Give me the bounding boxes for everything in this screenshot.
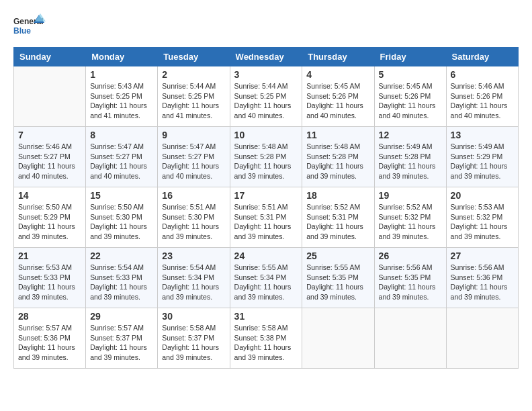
- day-info: Sunrise: 5:45 AM Sunset: 5:26 PM Dayligh…: [306, 81, 369, 121]
- day-number: 3: [234, 69, 298, 80]
- calendar-cell: 27Sunrise: 5:56 AM Sunset: 5:36 PM Dayli…: [446, 248, 518, 308]
- day-number: 14: [18, 190, 81, 201]
- calendar-week-row: 21Sunrise: 5:53 AM Sunset: 5:33 PM Dayli…: [14, 248, 519, 308]
- day-info: Sunrise: 5:53 AM Sunset: 5:33 PM Dayligh…: [18, 263, 81, 302]
- day-info: Sunrise: 5:45 AM Sunset: 5:26 PM Dayligh…: [379, 81, 442, 121]
- day-info: Sunrise: 5:58 AM Sunset: 5:37 PM Dayligh…: [162, 323, 225, 363]
- day-info: Sunrise: 5:54 AM Sunset: 5:34 PM Dayligh…: [162, 263, 225, 302]
- calendar-cell: 6Sunrise: 5:46 AM Sunset: 5:26 PM Daylig…: [446, 66, 518, 127]
- calendar-cell: 23Sunrise: 5:54 AM Sunset: 5:34 PM Dayli…: [158, 248, 230, 308]
- calendar-cell: 22Sunrise: 5:54 AM Sunset: 5:33 PM Dayli…: [86, 248, 158, 308]
- header: General Blue: [13, 13, 519, 42]
- calendar-cell: 16Sunrise: 5:51 AM Sunset: 5:30 PM Dayli…: [158, 187, 230, 248]
- day-info: Sunrise: 5:56 AM Sunset: 5:35 PM Dayligh…: [379, 263, 442, 302]
- day-number: 12: [379, 130, 442, 140]
- day-number: 5: [379, 69, 442, 80]
- day-info: Sunrise: 5:57 AM Sunset: 5:36 PM Dayligh…: [18, 323, 81, 363]
- day-info: Sunrise: 5:51 AM Sunset: 5:30 PM Dayligh…: [162, 202, 225, 242]
- day-number: 6: [451, 69, 514, 80]
- calendar-cell: 30Sunrise: 5:58 AM Sunset: 5:37 PM Dayli…: [158, 308, 230, 369]
- day-info: Sunrise: 5:57 AM Sunset: 5:37 PM Dayligh…: [90, 323, 153, 363]
- calendar-cell: 10Sunrise: 5:48 AM Sunset: 5:28 PM Dayli…: [230, 127, 302, 187]
- calendar-cell: 14Sunrise: 5:50 AM Sunset: 5:29 PM Dayli…: [14, 187, 86, 248]
- calendar-cell: 15Sunrise: 5:50 AM Sunset: 5:30 PM Dayli…: [86, 187, 158, 248]
- day-info: Sunrise: 5:48 AM Sunset: 5:28 PM Dayligh…: [234, 142, 298, 181]
- day-number: 17: [234, 190, 298, 201]
- header-tuesday: Tuesday: [158, 48, 230, 66]
- day-number: 13: [451, 130, 514, 140]
- header-saturday: Saturday: [446, 48, 518, 66]
- calendar-cell: [14, 66, 86, 127]
- day-info: Sunrise: 5:58 AM Sunset: 5:38 PM Dayligh…: [234, 323, 298, 363]
- day-number: 24: [234, 250, 298, 261]
- day-info: Sunrise: 5:43 AM Sunset: 5:25 PM Dayligh…: [90, 81, 153, 121]
- day-info: Sunrise: 5:50 AM Sunset: 5:29 PM Dayligh…: [18, 202, 81, 242]
- calendar-cell: 25Sunrise: 5:55 AM Sunset: 5:35 PM Dayli…: [302, 248, 374, 308]
- day-number: 23: [162, 250, 225, 261]
- calendar-cell: [302, 308, 374, 369]
- day-number: 18: [306, 190, 369, 201]
- calendar-cell: 8Sunrise: 5:47 AM Sunset: 5:27 PM Daylig…: [86, 127, 158, 187]
- day-number: 9: [162, 130, 225, 140]
- calendar-week-row: 28Sunrise: 5:57 AM Sunset: 5:36 PM Dayli…: [14, 308, 519, 369]
- calendar: SundayMondayTuesdayWednesdayThursdayFrid…: [13, 47, 519, 369]
- day-info: Sunrise: 5:51 AM Sunset: 5:31 PM Dayligh…: [234, 202, 298, 242]
- header-sunday: Sunday: [14, 48, 86, 66]
- day-number: 30: [162, 311, 225, 322]
- svg-text:Blue: Blue: [13, 26, 31, 36]
- logo: General Blue: [13, 13, 47, 42]
- day-info: Sunrise: 5:46 AM Sunset: 5:27 PM Dayligh…: [18, 142, 81, 181]
- calendar-week-row: 7Sunrise: 5:46 AM Sunset: 5:27 PM Daylig…: [14, 127, 519, 187]
- day-info: Sunrise: 5:55 AM Sunset: 5:35 PM Dayligh…: [306, 263, 369, 302]
- day-number: 22: [90, 250, 153, 261]
- day-info: Sunrise: 5:48 AM Sunset: 5:28 PM Dayligh…: [306, 142, 369, 181]
- calendar-cell: [374, 308, 446, 369]
- day-number: 27: [451, 250, 514, 261]
- day-number: 10: [234, 130, 298, 140]
- day-info: Sunrise: 5:49 AM Sunset: 5:28 PM Dayligh…: [379, 142, 442, 181]
- calendar-cell: 31Sunrise: 5:58 AM Sunset: 5:38 PM Dayli…: [230, 308, 302, 369]
- day-info: Sunrise: 5:46 AM Sunset: 5:26 PM Dayligh…: [451, 81, 514, 121]
- logo-svg: General Blue: [13, 13, 47, 42]
- calendar-cell: 4Sunrise: 5:45 AM Sunset: 5:26 PM Daylig…: [302, 66, 374, 127]
- calendar-cell: 11Sunrise: 5:48 AM Sunset: 5:28 PM Dayli…: [302, 127, 374, 187]
- day-info: Sunrise: 5:52 AM Sunset: 5:32 PM Dayligh…: [379, 202, 442, 242]
- day-number: 2: [162, 69, 225, 80]
- calendar-cell: 5Sunrise: 5:45 AM Sunset: 5:26 PM Daylig…: [374, 66, 446, 127]
- day-info: Sunrise: 5:56 AM Sunset: 5:36 PM Dayligh…: [451, 263, 514, 302]
- day-info: Sunrise: 5:49 AM Sunset: 5:29 PM Dayligh…: [451, 142, 514, 181]
- day-info: Sunrise: 5:53 AM Sunset: 5:32 PM Dayligh…: [451, 202, 514, 242]
- calendar-cell: 13Sunrise: 5:49 AM Sunset: 5:29 PM Dayli…: [446, 127, 518, 187]
- day-number: 1: [90, 69, 153, 80]
- day-number: 7: [18, 130, 81, 140]
- day-info: Sunrise: 5:44 AM Sunset: 5:25 PM Dayligh…: [162, 81, 225, 121]
- calendar-cell: 12Sunrise: 5:49 AM Sunset: 5:28 PM Dayli…: [374, 127, 446, 187]
- day-number: 26: [379, 250, 442, 261]
- calendar-cell: 19Sunrise: 5:52 AM Sunset: 5:32 PM Dayli…: [374, 187, 446, 248]
- day-number: 16: [162, 190, 225, 201]
- calendar-cell: 7Sunrise: 5:46 AM Sunset: 5:27 PM Daylig…: [14, 127, 86, 187]
- day-number: 4: [306, 69, 369, 80]
- calendar-cell: 21Sunrise: 5:53 AM Sunset: 5:33 PM Dayli…: [14, 248, 86, 308]
- day-info: Sunrise: 5:52 AM Sunset: 5:31 PM Dayligh…: [306, 202, 369, 242]
- header-monday: Monday: [86, 48, 158, 66]
- day-number: 20: [451, 190, 514, 201]
- calendar-cell: 1Sunrise: 5:43 AM Sunset: 5:25 PM Daylig…: [86, 66, 158, 127]
- calendar-cell: 26Sunrise: 5:56 AM Sunset: 5:35 PM Dayli…: [374, 248, 446, 308]
- calendar-cell: 18Sunrise: 5:52 AM Sunset: 5:31 PM Dayli…: [302, 187, 374, 248]
- calendar-cell: 29Sunrise: 5:57 AM Sunset: 5:37 PM Dayli…: [86, 308, 158, 369]
- calendar-header-row: SundayMondayTuesdayWednesdayThursdayFrid…: [14, 48, 519, 66]
- calendar-week-row: 14Sunrise: 5:50 AM Sunset: 5:29 PM Dayli…: [14, 187, 519, 248]
- calendar-week-row: 1Sunrise: 5:43 AM Sunset: 5:25 PM Daylig…: [14, 66, 519, 127]
- day-info: Sunrise: 5:54 AM Sunset: 5:33 PM Dayligh…: [90, 263, 153, 302]
- day-number: 29: [90, 311, 153, 322]
- header-friday: Friday: [374, 48, 446, 66]
- calendar-cell: 3Sunrise: 5:44 AM Sunset: 5:25 PM Daylig…: [230, 66, 302, 127]
- day-number: 19: [379, 190, 442, 201]
- day-number: 11: [306, 130, 369, 140]
- calendar-cell: 9Sunrise: 5:47 AM Sunset: 5:27 PM Daylig…: [158, 127, 230, 187]
- header-wednesday: Wednesday: [230, 48, 302, 66]
- header-thursday: Thursday: [302, 48, 374, 66]
- day-number: 25: [306, 250, 369, 261]
- day-info: Sunrise: 5:44 AM Sunset: 5:25 PM Dayligh…: [234, 81, 298, 121]
